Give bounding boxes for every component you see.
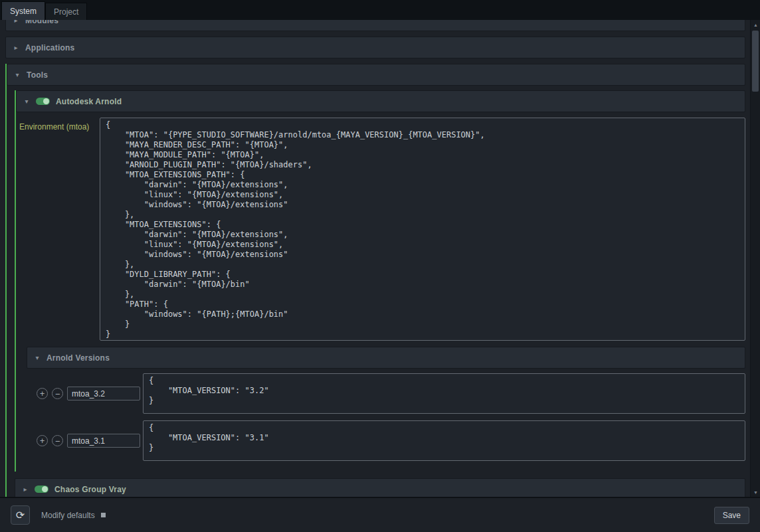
version-value-input[interactable]: { "MTOA_VERSION": "3.2" } (143, 373, 745, 414)
section-tools-body: ▾ Autodesk Arnold Environment (mtoa) { "… (7, 86, 745, 497)
version-key-input[interactable] (67, 434, 140, 448)
remove-item-button[interactable]: − (52, 435, 63, 446)
tab-bar: System Project (0, 0, 760, 20)
version-key-input[interactable] (67, 387, 140, 400)
chevron-right-icon: ▸ (13, 44, 19, 51)
refresh-button[interactable]: ⟳ (11, 505, 30, 525)
tab-system[interactable]: System (1, 1, 45, 20)
environment-field: Environment (mtoa) { "MTOA": "{PYPE_STUD… (17, 118, 745, 341)
scroll-down-button[interactable]: ▼ (751, 488, 760, 497)
section-label-arnold-versions: Arnold Versions (47, 353, 110, 363)
section-header-applications[interactable]: ▸ Applications (5, 37, 745, 58)
toggle-knob (43, 98, 49, 104)
add-item-button[interactable]: + (37, 435, 48, 446)
section-label-tools: Tools (27, 70, 48, 80)
modify-defaults-label: Modify defaults (41, 511, 95, 520)
tab-project[interactable]: Project (45, 3, 87, 20)
modified-indicator (101, 513, 106, 517)
add-item-button[interactable]: + (37, 388, 48, 399)
remove-item-button[interactable]: − (52, 388, 63, 399)
chevron-down-icon: ▾ (23, 98, 30, 105)
save-button[interactable]: Save (714, 507, 749, 524)
section-header-tools[interactable]: ▾ Tools (7, 64, 745, 86)
footer: ⟳ Modify defaults Save (0, 497, 760, 532)
scrollbar[interactable]: ▲ ▼ (750, 20, 760, 497)
environment-input[interactable]: { "MTOA": "{PYPE_STUDIO_SOFTWARE}/arnold… (100, 118, 745, 341)
scroll-up-button[interactable]: ▲ (751, 20, 760, 29)
scrollbar-thumb[interactable] (752, 31, 759, 92)
section-tools: ▾ Tools ▾ Autodesk Arnold (5, 64, 745, 497)
section-label-modules: Modules (25, 20, 58, 25)
vray-enabled-toggle[interactable] (35, 486, 48, 493)
toggle-knob (42, 486, 48, 492)
section-arnold: ▾ Autodesk Arnold Environment (mtoa) { "… (15, 90, 745, 472)
versions-list: + − { "MTOA_VERSION": "3.2" } + − (27, 369, 745, 469)
section-header-arnold-versions[interactable]: ▾ Arnold Versions (27, 347, 745, 369)
section-label-applications: Applications (25, 43, 74, 52)
environment-label: Environment (mtoa) (17, 118, 100, 132)
settings-panel: ▸ Modules ▸ Applications ▾ Tools (0, 20, 760, 497)
version-value-input[interactable]: { "MTOA_VERSION": "3.1" } (143, 420, 745, 461)
section-header-vray[interactable]: ▸ Chaos Group Vray (15, 478, 745, 497)
version-row: + − { "MTOA_VERSION": "3.1" } (37, 420, 745, 461)
arnold-enabled-toggle[interactable] (36, 98, 50, 105)
section-header-modules[interactable]: ▸ Modules (5, 20, 745, 31)
settings-scroll-area: ▸ Modules ▸ Applications ▾ Tools (0, 20, 750, 497)
section-arnold-body: Environment (mtoa) { "MTOA": "{PYPE_STUD… (16, 112, 745, 472)
section-header-arnold[interactable]: ▾ Autodesk Arnold (16, 90, 745, 112)
chevron-down-icon: ▾ (34, 354, 41, 361)
settings-window: System Project ▸ Modules ▸ Applications … (0, 0, 760, 532)
chevron-down-icon: ▾ (14, 71, 21, 78)
section-label-vray: Chaos Group Vray (54, 485, 126, 494)
refresh-icon: ⟳ (16, 509, 25, 521)
chevron-right-icon: ▸ (22, 486, 29, 493)
section-arnold-versions: ▾ Arnold Versions + − { "MTOA_VERSION": … (27, 347, 745, 469)
version-row: + − { "MTOA_VERSION": "3.2" } (37, 373, 745, 414)
section-label-arnold: Autodesk Arnold (56, 97, 122, 106)
chevron-right-icon: ▸ (13, 20, 19, 24)
